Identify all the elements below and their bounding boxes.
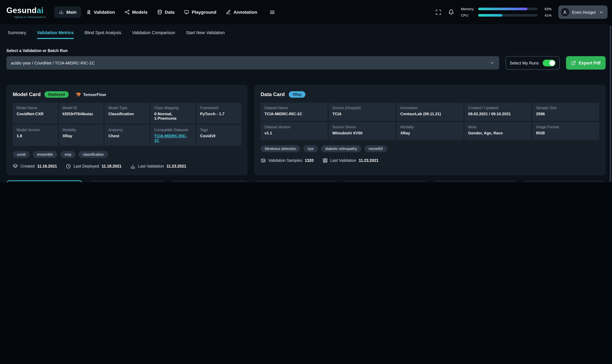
field-cell: Meta Gender, Age, Race [464, 122, 531, 140]
logo[interactable]: Gesundai highway to clinical-grade AI [6, 6, 46, 18]
tab[interactable]: Summary [8, 24, 26, 41]
topnav-right: Memory 83% CPU 41% Enes Hosgor [435, 5, 608, 19]
scrollbar[interactable] [609, 24, 612, 182]
nav-item-annotation[interactable]: Annotation [221, 6, 262, 18]
cpu-bar [478, 14, 538, 17]
menu-icon[interactable] [269, 9, 275, 15]
my-runs-toggle[interactable] [543, 60, 555, 66]
tab[interactable]: Start New Validation [186, 24, 225, 41]
logo-tagline: highway to clinical-grade AI [6, 16, 46, 18]
metric-card[interactable]: Specificity 0.8501 Training:0.7967 [523, 180, 606, 182]
bell-icon[interactable] [448, 9, 454, 15]
field-cell: Annotation CentaurLab (09.11.21) [396, 103, 463, 121]
metric-card[interactable]: Sensitivity (Recall) 0.7991 Training:0.7… [433, 180, 516, 182]
tag-chip: diabetic retinopathy [321, 145, 361, 152]
tag-chip: blindness detection [261, 145, 300, 152]
cpu-label: CPU [461, 13, 478, 17]
nav-item-playground[interactable]: Playground [179, 6, 221, 18]
tab-label: Summary [8, 30, 26, 35]
model-card-title: Model Card [13, 91, 41, 97]
field-value: kf253rf76i4buiaz [62, 112, 100, 116]
field-value: XRay [400, 131, 460, 135]
field-cell: Compatible Datasets TCIA-MIDRC-RIC-1C [150, 125, 195, 146]
model-tags: covidensemblexrayclassification [13, 151, 241, 158]
xray-badge: XRay [289, 91, 306, 98]
tab[interactable]: Blind Spot Analysis [84, 24, 121, 41]
cpu-bar-fill [478, 14, 503, 17]
user-menu[interactable]: Enes Hosgor [558, 5, 608, 19]
field-label: Model Name [17, 106, 54, 110]
footer-label: Last Deployed [74, 164, 99, 169]
tag-chip: classification [79, 151, 108, 158]
metric-card[interactable]: Accuracy 0.8324 Training:0.8112 [6, 180, 82, 182]
validation-select[interactable]: acidic-year / CovidNet / TCIA-MIDRC-RIC-… [6, 56, 499, 70]
tag-chip: xray [60, 151, 75, 158]
toggle-knob [549, 60, 555, 65]
fullscreen-icon[interactable] [435, 9, 441, 15]
export-label: Export Pdf [579, 61, 600, 65]
nav-item-data[interactable]: Data [153, 6, 179, 18]
field-label: Anatomy [108, 128, 146, 132]
footer-stat-validation: Last Validation 11.23.2021 [130, 164, 186, 169]
field-label: Meta [468, 125, 528, 129]
metric-card[interactable]: AUC 0.8104 Training:0.7967 [254, 180, 337, 182]
user-icon [563, 10, 567, 14]
scrollbar-thumb[interactable] [610, 25, 611, 182]
metric-card[interactable]: Macro F1 0.8211 Training:0.8016 [172, 180, 247, 182]
field-cell: Image Format RGB [532, 122, 599, 140]
clock-icon [66, 164, 71, 169]
user-name: Enes Hosgor [572, 10, 596, 14]
footer-label: Created [20, 164, 35, 169]
tab[interactable]: Validation Metrics [37, 24, 74, 41]
footer-label: Last Validation [330, 158, 356, 163]
model-card: Model Card Deployed TensorFlow Model Nam… [6, 85, 247, 175]
export-pdf-button[interactable]: Export Pdf [566, 56, 606, 70]
field-label: Model Version [17, 128, 54, 132]
export-icon [571, 61, 576, 65]
tab-label: Validation Metrics [37, 30, 74, 35]
bar-chart-icon [130, 164, 136, 169]
field-label: Tags [200, 128, 237, 132]
nav-item-models[interactable]: Models [120, 6, 152, 18]
data-tags: blindness detectioneyediabetic retinopat… [261, 145, 599, 152]
field-value: CovidNet-CXR [17, 112, 54, 116]
field-value[interactable]: TCIA-MIDRC-RIC-1C [154, 134, 191, 143]
validation-select-value: acidic-year / CovidNet / TCIA-MIDRC-RIC-… [11, 61, 95, 65]
tab-label: Start New Validation [186, 30, 225, 35]
metric-card[interactable]: Micro F1 0.7843 Training:0.77 [89, 180, 165, 182]
field-value: Gender, Age, Race [468, 131, 528, 135]
tensorflow-label: TensorFlow [83, 92, 106, 97]
nav-item-main[interactable]: Main [54, 6, 81, 18]
cpu-value: 41% [541, 13, 552, 17]
grid-icon [323, 158, 328, 163]
chevron-down-icon [490, 60, 495, 65]
field-value: PyTorch - 1.7 [200, 112, 237, 116]
field-value: Classification [108, 112, 146, 116]
field-cell: Model Name CovidNet-CXR [13, 103, 58, 124]
field-label: Source (Hospital) [332, 106, 392, 110]
medal-check-icon [86, 10, 91, 15]
field-value: 2596 [536, 112, 595, 116]
selector-label: Select a Validation or Batch Run [0, 49, 612, 53]
tensorflow-icon [76, 92, 81, 97]
nav-label: Data [165, 10, 175, 15]
model-fields: Model Name CovidNet-CXR Model ID kf253rf… [13, 103, 241, 146]
metric-card[interactable]: Precision 0.8012 Training:0.7967 [344, 180, 427, 182]
nav-item-validation[interactable]: Validation [82, 6, 119, 18]
memory-label: Memory [461, 7, 478, 11]
field-label: Model Type [108, 106, 146, 110]
field-label: Class Mapping [154, 106, 191, 110]
model-card-footer: Created 11.16.2021 Last Deployed 11.18.2… [13, 164, 241, 169]
page-tabs: Summary Validation Metrics Blind Spot An… [0, 24, 612, 41]
tag-chip: ensemble [33, 151, 57, 158]
footer-value: 11.23.2021 [359, 158, 379, 163]
footer-stat-created: Created 11.16.2021 [13, 164, 57, 169]
field-label: Model ID [62, 106, 100, 110]
memory-value: 83% [541, 7, 552, 11]
field-cell: Model Type Classification [104, 103, 149, 124]
tab[interactable]: Validation Comparison [132, 24, 175, 41]
memory-bar-fill [478, 8, 528, 10]
layers-icon [13, 164, 18, 169]
field-value: 0:Normal, 1:Pnemonia [154, 112, 191, 121]
field-value: 1.8 [17, 134, 54, 138]
